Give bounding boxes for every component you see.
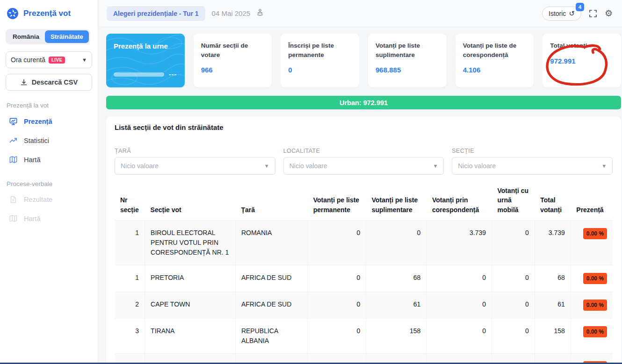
select-placeholder: Nicio valoare [121, 162, 159, 170]
card-title: Număr secții de votare [201, 41, 265, 59]
sidebar-item-rezultate: Rezultate [6, 190, 92, 209]
cell-suplimentare: 158 [366, 318, 427, 353]
card-prezenta-la-urne[interactable]: Prezență la urne --- [106, 34, 185, 87]
cell-corespondenta: 0 [427, 265, 492, 292]
cell-nr: 2 [115, 292, 145, 318]
card-value: 0 [288, 66, 352, 74]
card-title: Înscriși pe liste permanente [288, 41, 352, 59]
tab-strainatate[interactable]: Străinătate [45, 30, 89, 43]
cell-nr: 1 [115, 220, 145, 265]
cell-corespondenta: 3.739 [427, 220, 492, 265]
cell-tara: AFRICA DE SUD [235, 292, 307, 318]
localitate-select[interactable]: Nicio valoare ▼ [283, 157, 444, 175]
card-title: Votanți pe liste suplimentare [376, 41, 439, 59]
cell-prezenta: 0.00 % [571, 220, 613, 265]
cell-suplimentare: 0 [366, 220, 427, 265]
chevron-down-icon: ▼ [264, 163, 269, 169]
cell-prezenta: 0.00 % [571, 318, 613, 353]
cell-sectie: BIROUL ELECTORAL PENTRU VOTUL PRIN CORES… [145, 220, 236, 265]
cell-prezenta: 0.00 % [571, 292, 613, 318]
cell-urna: 0 [492, 220, 535, 265]
cell-tara: ROMANIA [235, 220, 307, 265]
cell-nr: 3 [115, 318, 145, 353]
cell-urna: 0 [492, 292, 535, 318]
sidebar-section-procese-verbale: Procese-verbale [7, 180, 91, 187]
sidebar-item-prezenta[interactable]: Prezență [6, 112, 92, 131]
cell-tara: REPUBLICA ALBANIA [235, 318, 307, 353]
tab-romania[interactable]: România [7, 30, 45, 43]
cell-total: 61 [535, 292, 571, 318]
table-row: 1 BIROUL ELECTORAL PENTRU VOTUL PRIN COR… [115, 220, 613, 265]
sidebar-section-prezenta-la-vot: Prezență la vot [7, 102, 91, 109]
gear-icon: ⚙ [605, 9, 613, 18]
card-value: 968.885 [376, 66, 439, 74]
sectie-select[interactable]: Nicio valoare ▼ [452, 157, 613, 175]
time-select[interactable]: Ora curentă LIVE ▼ [6, 51, 92, 68]
istoric-button[interactable]: Istoric ↺ 4 [542, 7, 581, 21]
tara-select[interactable]: Nicio valoare ▼ [115, 157, 275, 175]
app-logo-icon [7, 7, 19, 20]
card-value: 966 [201, 66, 265, 74]
cell-corespondenta: 0 [427, 292, 492, 318]
card-title: Total votanți [550, 41, 614, 50]
cell-nr: 1 [115, 265, 145, 292]
presence-badge: 0.00 % [583, 228, 607, 239]
map-icon [8, 214, 18, 223]
col-header-urna: Votanți cu urnă mobilă [492, 183, 535, 220]
sidebar-item-statistici[interactable]: Statistici [6, 131, 92, 150]
time-select-label: Ora curentă [11, 56, 45, 64]
sidebar-item-harta[interactable]: Hartă [6, 150, 92, 169]
filters-row: ȚARĂ Nicio valoare ▼ LOCALITATE Nicio va… [115, 148, 613, 175]
download-csv-label: Descarcă CSV [32, 79, 78, 86]
card-numar-sectii: Număr secții de votare 966 [194, 34, 272, 87]
filter-label: ȚARĂ [115, 148, 275, 154]
cell-total: 68 [535, 265, 571, 292]
filter-label: LOCALITATE [283, 148, 444, 154]
col-header-suplimentare: Votanți pe liste suplimentare [366, 183, 427, 220]
col-header-permanente: Votanți pe liste permanente [308, 183, 366, 220]
card-votanti-corespondenta: Votanți pe liste de corespondență 4.106 [456, 34, 534, 87]
table-row: 3 TIRANA REPUBLICA ALBANIA 0 158 0 0 158… [115, 318, 613, 353]
col-header-sectie: Secție vot [145, 183, 236, 220]
card-value: 4.106 [463, 66, 527, 74]
settings-button[interactable]: ⚙ [605, 9, 613, 18]
sections-table: Nr secție Secție vot Țară Votanți pe lis… [115, 183, 613, 364]
col-header-total: Total votanți [535, 183, 571, 220]
live-badge: LIVE [49, 57, 65, 64]
select-placeholder: Nicio valoare [289, 162, 327, 170]
topbar-actions: Istoric ↺ 4 ⚙ [542, 7, 613, 21]
filter-sectie: SECȚIE Nicio valoare ▼ [452, 148, 613, 175]
table-header-row: Nr secție Secție vot Țară Votanți pe lis… [115, 183, 613, 220]
cell-sectie: PRETORIA [145, 265, 236, 292]
map-icon [8, 155, 18, 164]
cell-permanente: 0 [308, 220, 366, 265]
sidebar-item-harta-disabled: Hartă [6, 209, 92, 228]
presence-badge: 0.00 % [583, 326, 607, 337]
sidebar-item-label: Statistici [24, 137, 49, 144]
sidebar-item-label: Rezultate [24, 196, 52, 203]
col-header-prezenta: Prezență [571, 183, 613, 220]
progress-bar [114, 72, 164, 77]
fullscreen-button[interactable] [589, 9, 597, 18]
presence-badge: 0.00 % [583, 273, 607, 284]
filter-localitate: LOCALITATE Nicio valoare ▼ [283, 148, 444, 175]
col-header-tara: Țară [235, 183, 307, 220]
cell-urna: 0 [492, 265, 535, 292]
election-badge[interactable]: Alegeri prezidențiale - Tur 1 [107, 6, 205, 21]
main-content: Prezență la urne --- Număr secții de vot… [99, 27, 622, 364]
monitor-icon [8, 117, 18, 126]
sidebar-item-label: Hartă [24, 215, 40, 222]
document-icon [8, 195, 18, 204]
card-title: Votanți pe liste de corespondență [463, 41, 527, 59]
cell-urna: 0 [492, 318, 535, 353]
sections-list-panel: Listă secții de vot din străinătate ȚARĂ… [106, 116, 621, 364]
cell-total: 3.739 [535, 220, 571, 265]
cell-suplimentare: 68 [366, 265, 427, 292]
trend-icon [8, 136, 18, 145]
col-header-corespondenta: Votanți prin corespondență [427, 183, 492, 220]
download-csv-button[interactable]: Descarcă CSV [6, 74, 92, 91]
cell-tara: AFRICA DE SUD [235, 265, 307, 292]
history-icon: ↺ [569, 9, 575, 18]
cell-sectie: TIRANA [145, 318, 236, 353]
filter-label: SECȚIE [452, 148, 613, 154]
